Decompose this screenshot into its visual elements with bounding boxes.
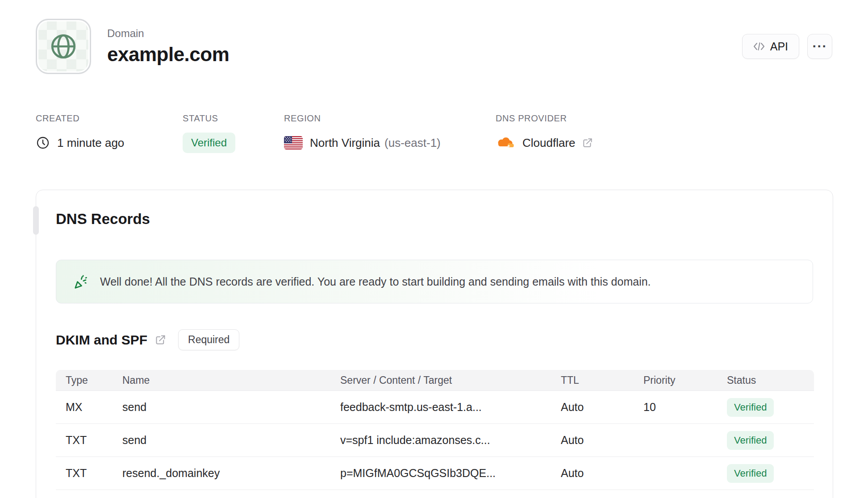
col-header-content: Server / Content / Target <box>330 374 551 386</box>
record-name: resend._domainkey <box>113 467 330 480</box>
record-name: send <box>113 401 330 414</box>
api-button[interactable]: API <box>742 34 799 59</box>
domain-avatar <box>36 19 91 74</box>
status-badge: Verified <box>183 133 235 153</box>
table-row[interactable]: MX send feedback-smtp.us-east-1.a... Aut… <box>56 391 814 424</box>
dkim-spf-title: DKIM and SPF <box>56 332 147 348</box>
meta-region: REGION <box>284 113 496 153</box>
table-row[interactable]: TXT send v=spf1 include:amazonses.c... A… <box>56 424 814 457</box>
col-header-ttl: TTL <box>551 374 634 386</box>
dns-records-card: DNS Records Well done! All the DNS recor… <box>36 190 833 498</box>
region-value: North Virginia <box>310 136 380 150</box>
region-label: REGION <box>284 113 496 124</box>
record-type: TXT <box>56 467 113 480</box>
record-name: send <box>113 434 330 447</box>
domain-meta: CREATED 1 minute ago STATUS Verified REG… <box>36 113 832 153</box>
record-priority: 10 <box>634 401 717 414</box>
domain-detail-page: Domain example.com API ··· CREATED <box>0 0 868 498</box>
col-header-priority: Priority <box>634 374 717 386</box>
col-header-status: Status <box>717 374 814 386</box>
external-link-icon[interactable] <box>154 334 167 346</box>
page-title: example.com <box>107 43 742 66</box>
page-kicker: Domain <box>107 27 742 40</box>
record-status-badge: Verified <box>727 431 774 450</box>
dns-provider-label: DNS PROVIDER <box>496 113 593 124</box>
meta-dns-provider: DNS PROVIDER <box>496 113 593 153</box>
globe-icon <box>49 32 78 61</box>
external-link-icon[interactable] <box>582 137 593 149</box>
dns-records-title: DNS Records <box>56 211 813 228</box>
cloudflare-cloud-icon <box>496 136 515 149</box>
title-block: Domain example.com <box>107 27 742 66</box>
meta-status: STATUS Verified <box>183 113 284 153</box>
header-actions: API ··· <box>742 34 832 59</box>
api-button-label: API <box>770 40 788 53</box>
dns-records-table: Type Name Server / Content / Target TTL … <box>56 370 814 490</box>
record-ttl: Auto <box>551 467 634 480</box>
success-banner-text: Well done! All the DNS records are verif… <box>100 275 651 288</box>
record-content: v=spf1 include:amazonses.c... <box>330 434 551 447</box>
table-row[interactable]: TXT resend._domainkey p=MIGfMA0GCSqGSIb3… <box>56 457 814 490</box>
code-icon <box>753 42 765 51</box>
card-side-notch <box>33 206 39 235</box>
success-banner: Well done! All the DNS records are verif… <box>56 260 813 303</box>
record-ttl: Auto <box>551 434 634 447</box>
record-type: TXT <box>56 434 113 447</box>
region-code: (us-east-1) <box>384 136 441 150</box>
page-header: Domain example.com API ··· <box>36 0 832 74</box>
record-type: MX <box>56 401 113 414</box>
col-header-type: Type <box>56 374 113 386</box>
record-status-badge: Verified <box>727 398 774 417</box>
status-label: STATUS <box>183 113 284 124</box>
record-content: feedback-smtp.us-east-1.a... <box>330 401 551 414</box>
more-options-button[interactable]: ··· <box>807 34 832 59</box>
record-content: p=MIGfMA0GCSqGSIb3DQE... <box>330 467 551 480</box>
required-badge: Required <box>178 329 239 350</box>
record-ttl: Auto <box>551 401 634 414</box>
table-header-row: Type Name Server / Content / Target TTL … <box>56 370 814 391</box>
col-header-name: Name <box>113 374 330 386</box>
party-popper-icon <box>72 274 88 290</box>
created-label: CREATED <box>36 113 183 124</box>
created-value: 1 minute ago <box>57 136 124 150</box>
record-status-badge: Verified <box>727 464 774 483</box>
clock-icon <box>36 136 50 150</box>
us-flag-icon <box>284 136 303 149</box>
dns-provider-value: Cloudflare <box>522 136 576 150</box>
dkim-spf-section-header: DKIM and SPF Required <box>56 329 813 350</box>
meta-created: CREATED 1 minute ago <box>36 113 183 153</box>
